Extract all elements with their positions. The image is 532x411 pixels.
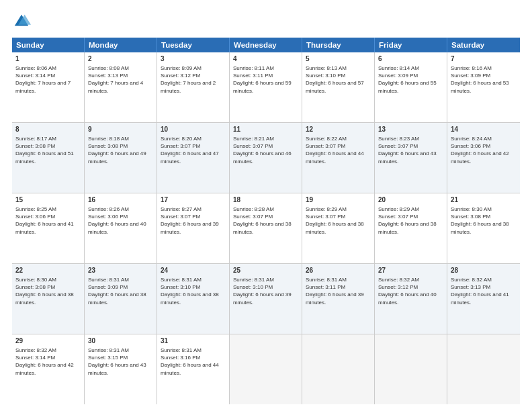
day-number: 8: [15, 125, 81, 134]
day-number: 23: [88, 266, 153, 275]
day-cell-19: 19Sunrise: 8:29 AMSunset: 3:07 PMDayligh…: [302, 193, 375, 263]
calendar-header: SundayMondayTuesdayWednesdayThursdayFrid…: [12, 38, 520, 52]
day-cell-3: 3Sunrise: 8:09 AMSunset: 3:12 PMDaylight…: [157, 52, 230, 122]
day-cell-29: 29Sunrise: 8:32 AMSunset: 3:14 PMDayligh…: [12, 334, 85, 404]
day-cell-27: 27Sunrise: 8:32 AMSunset: 3:12 PMDayligh…: [375, 264, 447, 334]
day-number: 9: [88, 125, 153, 134]
day-number: 28: [451, 266, 517, 275]
calendar-row-1: 1Sunrise: 8:06 AMSunset: 3:14 PMDaylight…: [12, 52, 520, 123]
day-cell-4: 4Sunrise: 8:11 AMSunset: 3:11 PMDaylight…: [230, 52, 302, 122]
day-number: 7: [451, 54, 517, 64]
page: SundayMondayTuesdayWednesdayThursdayFrid…: [0, 0, 532, 411]
cell-info: Sunrise: 8:08 AMSunset: 3:13 PMDaylight:…: [88, 65, 143, 94]
day-cell-7: 7Sunrise: 8:16 AMSunset: 3:09 PMDaylight…: [447, 52, 520, 122]
day-number: 16: [88, 195, 153, 205]
cell-info: Sunrise: 8:31 AMSunset: 3:15 PMDaylight:…: [88, 347, 146, 376]
day-number: 20: [378, 195, 443, 205]
day-number: 10: [161, 125, 226, 134]
cell-info: Sunrise: 8:31 AMSunset: 3:11 PMDaylight:…: [306, 277, 364, 306]
empty-cell: [447, 334, 520, 404]
day-cell-16: 16Sunrise: 8:26 AMSunset: 3:06 PMDayligh…: [85, 193, 157, 263]
header: [12, 12, 520, 31]
cell-info: Sunrise: 8:17 AMSunset: 3:08 PMDaylight:…: [15, 136, 74, 165]
day-cell-1: 1Sunrise: 8:06 AMSunset: 3:14 PMDaylight…: [12, 52, 85, 122]
header-day-sunday: Sunday: [12, 38, 85, 52]
day-cell-24: 24Sunrise: 8:31 AMSunset: 3:10 PMDayligh…: [157, 264, 230, 334]
calendar-row-2: 8Sunrise: 8:17 AMSunset: 3:08 PMDaylight…: [12, 123, 520, 193]
day-number: 27: [378, 266, 443, 275]
cell-info: Sunrise: 8:22 AMSunset: 3:07 PMDaylight:…: [306, 136, 364, 165]
day-number: 4: [233, 54, 298, 64]
cell-info: Sunrise: 8:25 AMSunset: 3:06 PMDaylight:…: [15, 206, 74, 235]
empty-cell: [230, 334, 302, 404]
cell-info: Sunrise: 8:24 AMSunset: 3:06 PMDaylight:…: [451, 136, 509, 165]
day-cell-25: 25Sunrise: 8:31 AMSunset: 3:10 PMDayligh…: [230, 264, 302, 334]
cell-info: Sunrise: 8:27 AMSunset: 3:07 PMDaylight:…: [161, 206, 219, 235]
day-number: 15: [15, 195, 81, 205]
cell-info: Sunrise: 8:09 AMSunset: 3:12 PMDaylight:…: [161, 65, 216, 94]
cell-info: Sunrise: 8:31 AMSunset: 3:09 PMDaylight:…: [88, 277, 146, 306]
day-number: 31: [161, 336, 226, 346]
day-number: 21: [451, 195, 517, 205]
cell-info: Sunrise: 8:32 AMSunset: 3:12 PMDaylight:…: [378, 277, 437, 306]
day-number: 26: [306, 266, 371, 275]
logo: [12, 12, 34, 31]
header-day-thursday: Thursday: [302, 38, 375, 52]
day-number: 14: [451, 125, 517, 134]
calendar: SundayMondayTuesdayWednesdayThursdayFrid…: [12, 38, 520, 404]
day-cell-17: 17Sunrise: 8:27 AMSunset: 3:07 PMDayligh…: [157, 193, 230, 263]
cell-info: Sunrise: 8:30 AMSunset: 3:08 PMDaylight:…: [451, 206, 509, 235]
day-cell-20: 20Sunrise: 8:29 AMSunset: 3:07 PMDayligh…: [375, 193, 447, 263]
day-cell-22: 22Sunrise: 8:30 AMSunset: 3:08 PMDayligh…: [12, 264, 85, 334]
cell-info: Sunrise: 8:29 AMSunset: 3:07 PMDaylight:…: [378, 206, 437, 235]
cell-info: Sunrise: 8:31 AMSunset: 3:10 PMDaylight:…: [233, 277, 292, 306]
calendar-row-4: 22Sunrise: 8:30 AMSunset: 3:08 PMDayligh…: [12, 264, 520, 334]
day-cell-30: 30Sunrise: 8:31 AMSunset: 3:15 PMDayligh…: [85, 334, 157, 404]
cell-info: Sunrise: 8:16 AMSunset: 3:09 PMDaylight:…: [451, 65, 509, 94]
cell-info: Sunrise: 8:31 AMSunset: 3:10 PMDaylight:…: [161, 277, 219, 306]
day-number: 1: [15, 54, 81, 64]
day-cell-15: 15Sunrise: 8:25 AMSunset: 3:06 PMDayligh…: [12, 193, 85, 263]
day-cell-13: 13Sunrise: 8:23 AMSunset: 3:07 PMDayligh…: [375, 123, 447, 193]
day-number: 17: [161, 195, 226, 205]
cell-info: Sunrise: 8:28 AMSunset: 3:07 PMDaylight:…: [233, 206, 292, 235]
day-cell-8: 8Sunrise: 8:17 AMSunset: 3:08 PMDaylight…: [12, 123, 85, 193]
day-number: 25: [233, 266, 298, 275]
day-number: 24: [161, 266, 226, 275]
day-number: 11: [233, 125, 298, 134]
header-day-tuesday: Tuesday: [157, 38, 230, 52]
cell-info: Sunrise: 8:31 AMSunset: 3:16 PMDaylight:…: [161, 347, 219, 376]
empty-cell: [375, 334, 447, 404]
header-day-saturday: Saturday: [447, 38, 520, 52]
day-cell-31: 31Sunrise: 8:31 AMSunset: 3:16 PMDayligh…: [157, 334, 230, 404]
day-cell-26: 26Sunrise: 8:31 AMSunset: 3:11 PMDayligh…: [302, 264, 375, 334]
day-cell-2: 2Sunrise: 8:08 AMSunset: 3:13 PMDaylight…: [85, 52, 157, 122]
day-cell-14: 14Sunrise: 8:24 AMSunset: 3:06 PMDayligh…: [447, 123, 520, 193]
day-number: 22: [15, 266, 81, 275]
cell-info: Sunrise: 8:32 AMSunset: 3:14 PMDaylight:…: [15, 347, 74, 376]
day-number: 30: [88, 336, 153, 346]
day-cell-12: 12Sunrise: 8:22 AMSunset: 3:07 PMDayligh…: [302, 123, 375, 193]
cell-info: Sunrise: 8:30 AMSunset: 3:08 PMDaylight:…: [15, 277, 74, 306]
logo-icon: [12, 12, 31, 31]
cell-info: Sunrise: 8:11 AMSunset: 3:11 PMDaylight:…: [233, 65, 292, 94]
day-cell-21: 21Sunrise: 8:30 AMSunset: 3:08 PMDayligh…: [447, 193, 520, 263]
calendar-row-5: 29Sunrise: 8:32 AMSunset: 3:14 PMDayligh…: [12, 334, 520, 404]
header-day-monday: Monday: [85, 38, 157, 52]
cell-info: Sunrise: 8:13 AMSunset: 3:10 PMDaylight:…: [306, 65, 364, 94]
header-day-friday: Friday: [375, 38, 447, 52]
cell-info: Sunrise: 8:14 AMSunset: 3:09 PMDaylight:…: [378, 65, 437, 94]
day-cell-10: 10Sunrise: 8:20 AMSunset: 3:07 PMDayligh…: [157, 123, 230, 193]
calendar-body: 1Sunrise: 8:06 AMSunset: 3:14 PMDaylight…: [12, 52, 520, 404]
day-number: 12: [306, 125, 371, 134]
day-cell-28: 28Sunrise: 8:32 AMSunset: 3:13 PMDayligh…: [447, 264, 520, 334]
day-cell-18: 18Sunrise: 8:28 AMSunset: 3:07 PMDayligh…: [230, 193, 302, 263]
empty-cell: [302, 334, 375, 404]
day-cell-5: 5Sunrise: 8:13 AMSunset: 3:10 PMDaylight…: [302, 52, 375, 122]
cell-info: Sunrise: 8:18 AMSunset: 3:08 PMDaylight:…: [88, 136, 146, 165]
day-number: 19: [306, 195, 371, 205]
cell-info: Sunrise: 8:20 AMSunset: 3:07 PMDaylight:…: [161, 136, 219, 165]
cell-info: Sunrise: 8:32 AMSunset: 3:13 PMDaylight:…: [451, 277, 509, 306]
cell-info: Sunrise: 8:23 AMSunset: 3:07 PMDaylight:…: [378, 136, 437, 165]
day-number: 6: [378, 54, 443, 64]
